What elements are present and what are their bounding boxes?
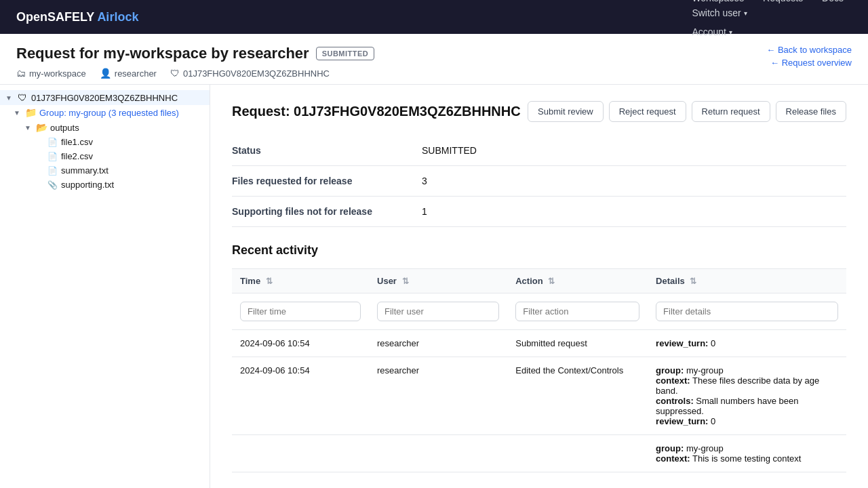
tree-item-group[interactable]: ▼ 📁 Group: my-group (3 requested files) — [0, 105, 210, 120]
file2-icon: 📄 — [46, 152, 58, 161]
request-overview-link[interactable]: ← Request overview — [770, 58, 852, 68]
activity-header-row: Time ⇅ User ⇅ Action ⇅ Details ⇅ — [232, 269, 846, 293]
nav-requests[interactable]: Requests — [755, 0, 811, 7]
filter-action-cell — [507, 293, 648, 330]
root-shield-icon: 🛡 — [16, 92, 28, 103]
tree-item-file2[interactable]: 📄 file2.csv — [0, 149, 210, 163]
account-chevron-icon: ▾ — [729, 28, 732, 36]
tree-item-outputs[interactable]: ▼ 📂 outputs — [0, 120, 210, 135]
activity-filter-row — [232, 293, 846, 330]
summary-icon: 📄 — [46, 166, 58, 176]
info-row-supporting: Supporting files not for release 1 — [232, 197, 846, 227]
meta-workspace: 🗂 my-workspace — [16, 68, 86, 79]
meta-row: 🗂 my-workspace 👤 researcher 🛡 01J73FHG0V… — [16, 68, 374, 79]
details-sort-icon[interactable]: ⇅ — [690, 277, 696, 286]
action-sort-icon[interactable]: ⇅ — [548, 277, 555, 286]
outputs-label: outputs — [50, 123, 204, 133]
nav-docs[interactable]: Docs — [814, 0, 852, 7]
main-layout: ▼ 🛡 01J73FHG0V820EM3QZ6ZBHHNHC ▼ 📁 Group… — [0, 85, 868, 488]
tree-item-supporting[interactable]: 📎 supporting.txt — [0, 178, 210, 192]
row0-details: review_turn: 0 — [648, 330, 846, 357]
reject-request-button[interactable]: Reject request — [609, 101, 686, 122]
row1-detail-1: context: These files describe data by ag… — [656, 375, 838, 396]
filter-action-input[interactable] — [515, 302, 639, 321]
row1-details: group: my-group context: These files des… — [648, 357, 846, 435]
app-header: OpenSAFELY Airlock Workspaces Requests D… — [0, 0, 868, 34]
group-label: Group: my-group (3 requested files) — [39, 108, 204, 118]
sub-header: Request for my-workspace by researcher S… — [0, 34, 868, 85]
back-to-workspace-link[interactable]: ← Back to workspace — [766, 45, 852, 55]
filter-time-input[interactable] — [240, 302, 361, 321]
filter-user-cell — [369, 293, 507, 330]
col-action: Action ⇅ — [507, 269, 648, 293]
row1-action: Edited the Context/Controls — [507, 357, 648, 435]
files-requested-value: 3 — [422, 166, 846, 197]
release-files-button[interactable]: Release files — [776, 101, 846, 122]
row2-time — [232, 435, 369, 472]
recent-activity-title: Recent activity — [232, 243, 846, 258]
info-table: Status SUBMITTED Files requested for rel… — [232, 136, 846, 227]
summary-label: summary.txt — [61, 165, 204, 176]
col-time: Time ⇅ — [232, 269, 369, 293]
row2-action — [507, 435, 648, 472]
row1-detail-3: review_turn: 0 — [656, 416, 838, 426]
meta-request-id: 🛡 01J73FHG0V820EM3QZ6ZBHHNHC — [170, 68, 330, 79]
file-tree-sidebar: ▼ 🛡 01J73FHG0V820EM3QZ6ZBHHNHC ▼ 📁 Group… — [0, 85, 210, 488]
workspace-icon: 🗂 — [16, 68, 26, 79]
status-value: SUBMITTED — [422, 136, 846, 166]
activity-row-2: group: my-group context: This is some te… — [232, 435, 846, 472]
filter-details-input[interactable] — [656, 302, 838, 321]
status-label: Status — [232, 136, 422, 166]
filter-user-input[interactable] — [377, 302, 499, 321]
row0-action: Submitted request — [507, 330, 648, 357]
info-row-status: Status SUBMITTED — [232, 136, 846, 166]
col-user: User ⇅ — [369, 269, 507, 293]
filter-time-cell — [232, 293, 369, 330]
app-logo: OpenSAFELY Airlock — [16, 10, 138, 24]
file1-icon: 📄 — [46, 138, 58, 147]
outputs-folder-icon: 📂 — [35, 122, 47, 133]
col-details: Details ⇅ — [648, 269, 846, 293]
nav-workspaces[interactable]: Workspaces — [684, 0, 752, 7]
sub-header-left: Request for my-workspace by researcher S… — [16, 45, 374, 79]
time-sort-icon[interactable]: ⇅ — [266, 277, 273, 286]
row2-details: group: my-group context: This is some te… — [648, 435, 846, 472]
supporting-value: 1 — [422, 197, 846, 227]
request-title: Request: 01J73FHG0V820EM3QZ6ZBHHNHC — [232, 104, 521, 119]
user-sort-icon[interactable]: ⇅ — [402, 277, 409, 286]
outputs-chevron-icon: ▼ — [24, 124, 33, 131]
file1-label: file1.csv — [61, 137, 204, 147]
logo-main: OpenSAFELY — [16, 10, 94, 24]
row0-user: researcher — [369, 330, 507, 357]
submit-review-button[interactable]: Submit review — [528, 101, 604, 122]
action-buttons: Submit review Reject request Return requ… — [528, 101, 846, 122]
return-request-button[interactable]: Return request — [692, 101, 770, 122]
user-icon: 👤 — [100, 68, 111, 79]
activity-row-0: 2024-09-06 10:54 researcher Submitted re… — [232, 330, 846, 357]
page-title: Request for my-workspace by researcher S… — [16, 45, 374, 62]
row1-detail-0: group: my-group — [656, 365, 838, 375]
group-chevron-icon: ▼ — [14, 109, 22, 117]
supporting-label: Supporting files not for release — [232, 197, 422, 227]
row0-time: 2024-09-06 10:54 — [232, 330, 369, 357]
logo-accent: Airlock — [97, 10, 138, 24]
meta-user: 👤 researcher — [100, 68, 157, 79]
row1-detail-2: controls: Small numbers have been suppre… — [656, 396, 838, 416]
row2-detail-0: group: my-group — [656, 443, 838, 453]
files-requested-label: Files requested for release — [232, 166, 422, 197]
activity-table: Time ⇅ User ⇅ Action ⇅ Details ⇅ — [232, 268, 846, 472]
tree-item-root[interactable]: ▼ 🛡 01J73FHG0V820EM3QZ6ZBHHNHC — [0, 90, 210, 105]
main-nav: Workspaces Requests Docs Switch user ▾ A… — [684, 0, 852, 41]
tree-item-summary[interactable]: 📄 summary.txt — [0, 163, 210, 178]
status-badge: SUBMITTED — [316, 47, 375, 60]
tree-item-file1[interactable]: 📄 file1.csv — [0, 135, 210, 149]
sub-header-right: ← Back to workspace ← Request overview — [766, 45, 852, 68]
supporting-icon: 📎 — [46, 180, 58, 190]
row1-time: 2024-09-06 10:54 — [232, 357, 369, 435]
info-row-files-requested: Files requested for release 3 — [232, 166, 846, 197]
request-header: Request: 01J73FHG0V820EM3QZ6ZBHHNHC Subm… — [232, 101, 846, 122]
activity-row-1: 2024-09-06 10:54 researcher Edited the C… — [232, 357, 846, 435]
nav-account[interactable]: Account ▾ — [684, 22, 852, 41]
row0-detail-0: review_turn: 0 — [656, 338, 838, 348]
row1-user: researcher — [369, 357, 507, 435]
